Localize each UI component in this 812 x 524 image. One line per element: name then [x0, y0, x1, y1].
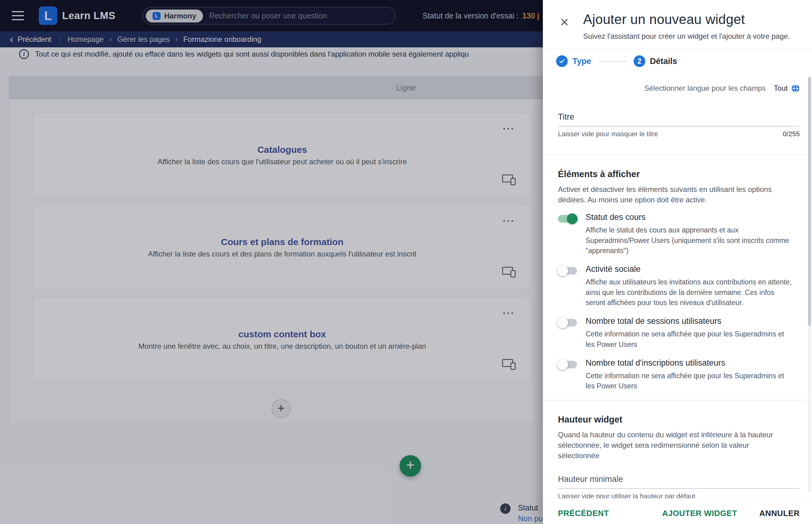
- height-section-heading: Hauteur widget: [558, 414, 800, 425]
- min-height-field: Laisser vide pour utiliser la hauteur pa…: [558, 474, 800, 498]
- toggle-row-statut-des-cours: Statut des cours Affiche le statut des c…: [558, 212, 800, 256]
- elements-section-description: Activer et désactiver les éléments suiva…: [558, 184, 800, 205]
- screen: L Learn LMS L Harmony Statut de la versi…: [0, 0, 812, 524]
- language-selector-label: Sélectionner langue pour les champs: [644, 84, 766, 93]
- toggle-label: Activité sociale: [586, 264, 795, 274]
- previous-button[interactable]: PRÉCÉDENT: [558, 509, 609, 518]
- toggle-label: Statut des cours: [586, 212, 795, 222]
- min-height-helper-text: Laisser vide pour utiliser la hauteur pa…: [558, 492, 695, 498]
- toggle-label: Nombre total de sessions utilisateurs: [586, 316, 795, 326]
- toggle-row-activite-sociale: Activité sociale Affiche aux utilisateur…: [558, 264, 800, 308]
- panel-scrollbar[interactable]: [808, 77, 811, 492]
- title-helper-text: Laisser vide pour masquer le titre: [558, 130, 658, 138]
- user-sessions-toggle[interactable]: [558, 319, 577, 327]
- toggle-list: Statut des cours Affiche le statut des c…: [558, 212, 800, 391]
- title-input[interactable]: [558, 112, 800, 126]
- step-type[interactable]: Type: [556, 55, 591, 67]
- min-height-helper-row: Laisser vide pour utiliser la hauteur pa…: [558, 492, 800, 498]
- step-done-check-icon: [556, 55, 568, 67]
- social-activity-toggle[interactable]: [558, 267, 577, 275]
- toggle-label: Nombre total d'inscriptions utilisateurs: [586, 358, 795, 368]
- panel-body: Sélectionner langue pour les champs Tout…: [543, 73, 812, 498]
- panel-subtitle: Suivez l'assistant pour créer un widget …: [583, 32, 794, 40]
- step-connector: [599, 61, 626, 62]
- toggle-description: Affiche le statut des cours aux apprenan…: [586, 225, 795, 256]
- title-field: Laisser vide pour masquer le titre 0/255: [558, 112, 800, 138]
- step-details-label: Détails: [650, 56, 677, 66]
- toggle-row-sessions-utilisateurs: Nombre total de sessions utilisateurs Ce…: [558, 316, 800, 350]
- user-enrollments-toggle[interactable]: [558, 361, 577, 369]
- title-helper-row: Laisser vide pour masquer le titre 0/255: [558, 130, 800, 138]
- toggle-description: Cette information ne sera affichée que p…: [586, 371, 795, 391]
- language-selector-button[interactable]: Tout: [774, 84, 800, 93]
- elements-section-heading: Éléments à afficher: [558, 169, 800, 179]
- height-section-description: Quand la hauteur du contenu du widget es…: [558, 430, 785, 461]
- toggle-description: Cette information ne sera affichée que p…: [586, 329, 795, 350]
- close-icon[interactable]: ×: [556, 14, 572, 30]
- language-selected-value: Tout: [774, 84, 788, 93]
- wizard-stepper: Type 2 Détails: [543, 49, 812, 73]
- section-divider: [543, 400, 812, 400]
- char-counter: 0/255: [783, 130, 800, 138]
- step-number: 2: [634, 55, 645, 67]
- step-type-label: Type: [572, 56, 591, 66]
- min-height-input[interactable]: [558, 474, 800, 489]
- course-status-toggle[interactable]: [558, 215, 577, 223]
- add-widget-submit-button[interactable]: AJOUTER WIDGET: [662, 509, 737, 518]
- step-details[interactable]: 2 Détails: [634, 55, 677, 67]
- panel-header: Ajouter un nouveau widget Suivez l'assis…: [543, 0, 812, 49]
- toggle-row-inscriptions-utilisateurs: Nombre total d'inscriptions utilisateurs…: [558, 358, 800, 391]
- globe-icon: [791, 84, 800, 93]
- toggle-description: Affiche aux utilisateurs les invitations…: [586, 277, 795, 308]
- add-widget-panel: × Ajouter un nouveau widget Suivez l'ass…: [543, 0, 812, 524]
- cancel-button[interactable]: ANNULER: [759, 509, 800, 518]
- panel-title: Ajouter un nouveau widget: [583, 12, 794, 27]
- language-row: Sélectionner langue pour les champs Tout: [558, 84, 800, 93]
- panel-footer: PRÉCÉDENT AJOUTER WIDGET ANNULER: [543, 498, 812, 524]
- scrollbar-thumb[interactable]: [808, 77, 811, 326]
